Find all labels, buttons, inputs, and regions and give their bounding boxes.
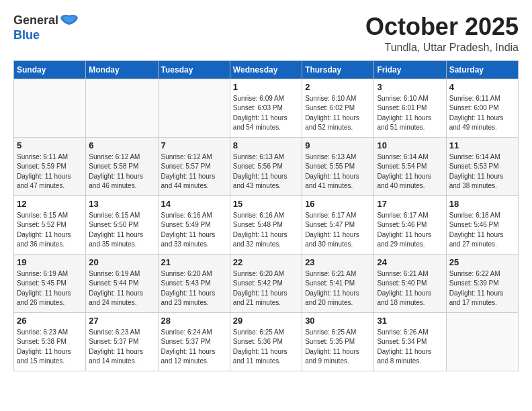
calendar-cell: 13Sunrise: 6:15 AM Sunset: 5:50 PM Dayli…	[86, 195, 158, 254]
calendar-cell: 30Sunrise: 6:25 AM Sunset: 5:35 PM Dayli…	[302, 312, 374, 371]
calendar-cell: 16Sunrise: 6:17 AM Sunset: 5:47 PM Dayli…	[302, 195, 374, 254]
logo: General Blue	[13, 13, 79, 41]
day-info: Sunrise: 6:12 AM Sunset: 5:57 PM Dayligh…	[161, 152, 227, 191]
day-info: Sunrise: 6:21 AM Sunset: 5:41 PM Dayligh…	[305, 269, 371, 308]
calendar-cell: 25Sunrise: 6:22 AM Sunset: 5:39 PM Dayli…	[446, 254, 518, 312]
day-info: Sunrise: 6:25 AM Sunset: 5:35 PM Dayligh…	[305, 328, 371, 367]
calendar-cell: 21Sunrise: 6:20 AM Sunset: 5:43 PM Dayli…	[158, 254, 230, 312]
calendar-cell: 7Sunrise: 6:12 AM Sunset: 5:57 PM Daylig…	[158, 137, 230, 195]
day-number: 17	[377, 199, 443, 209]
calendar-cell: 24Sunrise: 6:21 AM Sunset: 5:40 PM Dayli…	[374, 254, 446, 312]
day-number: 29	[233, 316, 299, 326]
day-info: Sunrise: 6:24 AM Sunset: 5:37 PM Dayligh…	[161, 328, 227, 367]
calendar-cell: 12Sunrise: 6:15 AM Sunset: 5:52 PM Dayli…	[14, 195, 86, 254]
day-number: 3	[377, 82, 443, 92]
calendar-cell: 23Sunrise: 6:21 AM Sunset: 5:41 PM Dayli…	[302, 254, 374, 312]
logo-bird-icon	[60, 14, 79, 29]
day-info: Sunrise: 6:20 AM Sunset: 5:42 PM Dayligh…	[233, 269, 299, 308]
calendar-week-row: 19Sunrise: 6:19 AM Sunset: 5:45 PM Dayli…	[14, 254, 519, 312]
calendar-cell: 10Sunrise: 6:14 AM Sunset: 5:54 PM Dayli…	[374, 137, 446, 195]
day-number: 28	[161, 316, 227, 326]
calendar-cell	[158, 79, 230, 137]
header-wednesday: Wednesday	[230, 60, 302, 79]
calendar-cell: 14Sunrise: 6:16 AM Sunset: 5:49 PM Dayli…	[158, 195, 230, 254]
calendar-cell: 19Sunrise: 6:19 AM Sunset: 5:45 PM Dayli…	[14, 254, 86, 312]
calendar-cell: 15Sunrise: 6:16 AM Sunset: 5:48 PM Dayli…	[230, 195, 302, 254]
logo-blue-line: Blue	[13, 29, 40, 41]
day-info: Sunrise: 6:14 AM Sunset: 5:54 PM Dayligh…	[377, 152, 443, 191]
day-number: 30	[305, 316, 371, 326]
day-info: Sunrise: 6:23 AM Sunset: 5:38 PM Dayligh…	[17, 328, 83, 367]
calendar-cell: 22Sunrise: 6:20 AM Sunset: 5:42 PM Dayli…	[230, 254, 302, 312]
day-info: Sunrise: 6:11 AM Sunset: 5:59 PM Dayligh…	[17, 152, 83, 191]
day-info: Sunrise: 6:09 AM Sunset: 6:03 PM Dayligh…	[233, 94, 299, 133]
day-info: Sunrise: 6:19 AM Sunset: 5:44 PM Dayligh…	[89, 269, 154, 308]
day-number: 10	[377, 140, 443, 150]
day-number: 27	[89, 316, 154, 326]
day-number: 24	[377, 257, 443, 267]
header-monday: Monday	[86, 60, 158, 79]
calendar-cell: 4Sunrise: 6:11 AM Sunset: 6:00 PM Daylig…	[446, 79, 518, 137]
day-info: Sunrise: 6:18 AM Sunset: 5:46 PM Dayligh…	[449, 211, 515, 250]
calendar-cell: 27Sunrise: 6:23 AM Sunset: 5:37 PM Dayli…	[86, 312, 158, 371]
day-info: Sunrise: 6:12 AM Sunset: 5:58 PM Dayligh…	[89, 152, 154, 191]
day-number: 11	[449, 140, 515, 150]
header-tuesday: Tuesday	[158, 60, 230, 79]
calendar-cell: 20Sunrise: 6:19 AM Sunset: 5:44 PM Dayli…	[86, 254, 158, 312]
day-number: 19	[17, 257, 83, 267]
calendar-cell: 31Sunrise: 6:26 AM Sunset: 5:34 PM Dayli…	[374, 312, 446, 371]
header-thursday: Thursday	[302, 60, 374, 79]
day-number: 25	[449, 257, 515, 267]
day-number: 7	[161, 140, 227, 150]
calendar-table: SundayMondayTuesdayWednesdayThursdayFrid…	[13, 60, 519, 371]
day-info: Sunrise: 6:14 AM Sunset: 5:53 PM Dayligh…	[449, 152, 515, 191]
header-friday: Friday	[374, 60, 446, 79]
day-info: Sunrise: 6:25 AM Sunset: 5:36 PM Dayligh…	[233, 328, 299, 367]
calendar-cell	[86, 79, 158, 137]
day-number: 31	[377, 316, 443, 326]
day-info: Sunrise: 6:10 AM Sunset: 6:01 PM Dayligh…	[377, 94, 443, 133]
day-info: Sunrise: 6:21 AM Sunset: 5:40 PM Dayligh…	[377, 269, 443, 308]
header-sunday: Sunday	[14, 60, 86, 79]
day-number: 18	[449, 199, 515, 209]
day-number: 13	[89, 199, 154, 209]
calendar-cell: 29Sunrise: 6:25 AM Sunset: 5:36 PM Dayli…	[230, 312, 302, 371]
calendar-cell: 1Sunrise: 6:09 AM Sunset: 6:03 PM Daylig…	[230, 79, 302, 137]
logo-general: General	[13, 13, 58, 27]
calendar-cell: 5Sunrise: 6:11 AM Sunset: 5:59 PM Daylig…	[14, 137, 86, 195]
day-number: 21	[161, 257, 227, 267]
calendar-header-row: SundayMondayTuesdayWednesdayThursdayFrid…	[14, 60, 519, 79]
day-info: Sunrise: 6:13 AM Sunset: 5:55 PM Dayligh…	[305, 152, 371, 191]
calendar-cell: 8Sunrise: 6:13 AM Sunset: 5:56 PM Daylig…	[230, 137, 302, 195]
calendar-week-row: 12Sunrise: 6:15 AM Sunset: 5:52 PM Dayli…	[14, 195, 519, 254]
calendar-week-row: 5Sunrise: 6:11 AM Sunset: 5:59 PM Daylig…	[14, 137, 519, 195]
day-info: Sunrise: 6:17 AM Sunset: 5:46 PM Dayligh…	[377, 211, 443, 250]
day-info: Sunrise: 6:17 AM Sunset: 5:47 PM Dayligh…	[305, 211, 371, 250]
day-info: Sunrise: 6:16 AM Sunset: 5:48 PM Dayligh…	[233, 211, 299, 250]
calendar-cell	[14, 79, 86, 137]
day-number: 20	[89, 257, 154, 267]
day-info: Sunrise: 6:11 AM Sunset: 6:00 PM Dayligh…	[449, 94, 515, 133]
day-info: Sunrise: 6:15 AM Sunset: 5:50 PM Dayligh…	[89, 211, 154, 250]
calendar-cell: 9Sunrise: 6:13 AM Sunset: 5:55 PM Daylig…	[302, 137, 374, 195]
header-saturday: Saturday	[446, 60, 518, 79]
day-number: 15	[233, 199, 299, 209]
day-info: Sunrise: 6:15 AM Sunset: 5:52 PM Dayligh…	[17, 211, 83, 250]
day-number: 8	[233, 140, 299, 150]
calendar-cell: 11Sunrise: 6:14 AM Sunset: 5:53 PM Dayli…	[446, 137, 518, 195]
location-title: Tundla, Uttar Pradesh, India	[365, 42, 519, 54]
month-title: October 2025	[365, 13, 519, 40]
day-number: 9	[305, 140, 371, 150]
day-number: 1	[233, 82, 299, 92]
logo-text: General	[13, 13, 79, 29]
calendar-cell: 18Sunrise: 6:18 AM Sunset: 5:46 PM Dayli…	[446, 195, 518, 254]
day-number: 22	[233, 257, 299, 267]
calendar-week-row: 1Sunrise: 6:09 AM Sunset: 6:03 PM Daylig…	[14, 79, 519, 137]
calendar-cell: 28Sunrise: 6:24 AM Sunset: 5:37 PM Dayli…	[158, 312, 230, 371]
day-number: 14	[161, 199, 227, 209]
calendar-cell: 3Sunrise: 6:10 AM Sunset: 6:01 PM Daylig…	[374, 79, 446, 137]
day-number: 5	[17, 140, 83, 150]
day-number: 26	[17, 316, 83, 326]
day-info: Sunrise: 6:10 AM Sunset: 6:02 PM Dayligh…	[305, 94, 371, 133]
day-number: 23	[305, 257, 371, 267]
